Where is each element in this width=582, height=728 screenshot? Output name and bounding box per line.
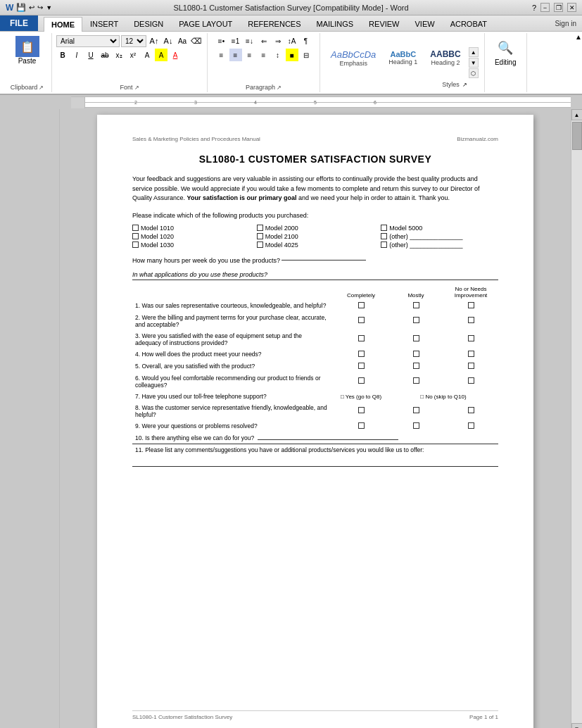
font-color-button[interactable]: A (169, 49, 182, 61)
text-effects-button[interactable]: A (141, 49, 153, 61)
styles-more[interactable]: ⬡ (469, 68, 479, 78)
q2-no-needs[interactable] (443, 312, 498, 330)
style-emphasis[interactable]: AaBbCcDa Emphasis (326, 47, 381, 69)
sort-button[interactable]: ↕A (286, 34, 298, 47)
align-right-button[interactable]: ≡ (243, 49, 256, 61)
tab-references[interactable]: REFERENCES (240, 16, 308, 31)
styles-expand-icon[interactable]: ↗ (462, 82, 467, 88)
underline-button[interactable]: U (84, 49, 97, 61)
product-checkbox-other2[interactable] (381, 241, 387, 248)
numbering-button[interactable]: ≡1 (229, 34, 242, 47)
redo-icon[interactable]: ↪ (37, 4, 43, 11)
borders-button[interactable]: ⊟ (300, 49, 312, 61)
q9-mostly[interactable] (388, 420, 443, 432)
undo-icon[interactable]: ↩ (29, 4, 34, 11)
help-button[interactable]: ? (532, 4, 536, 12)
close-button[interactable]: ✕ (567, 3, 576, 12)
tab-design[interactable]: DESIGN (126, 16, 171, 31)
q6-mostly[interactable] (388, 372, 443, 391)
q9-completely[interactable] (334, 420, 388, 432)
product-checkbox-4025[interactable] (257, 241, 263, 248)
strikethrough-button[interactable]: ab (99, 49, 111, 61)
q5-mostly[interactable] (388, 360, 443, 372)
q3-completely[interactable] (334, 330, 388, 349)
q3-no-needs[interactable] (443, 330, 498, 349)
shading-button[interactable]: ■ (286, 49, 298, 61)
q7-no[interactable]: □ No (skip to Q10) (388, 391, 498, 402)
paragraph-expand-icon[interactable]: ↗ (277, 84, 281, 91)
sign-in-link[interactable]: Sign in (555, 20, 576, 27)
clear-format-button[interactable]: ⌫ (190, 34, 203, 47)
q4-mostly[interactable] (388, 349, 443, 360)
font-family-select[interactable]: Arial (56, 35, 120, 47)
product-checkbox-1010[interactable] (132, 225, 139, 231)
bullets-button[interactable]: ≡• (215, 34, 228, 47)
q8-completely[interactable] (334, 402, 388, 420)
style-heading1[interactable]: AaBbC Heading 1 (384, 48, 422, 68)
q2-mostly[interactable] (388, 312, 443, 330)
product-checkbox-other1[interactable] (381, 233, 387, 239)
tab-acrobat[interactable]: ACROBAT (443, 16, 495, 31)
product-checkbox-5000[interactable] (381, 225, 387, 231)
italic-button[interactable]: I (70, 49, 83, 61)
q1-completely[interactable] (334, 300, 388, 312)
tab-home[interactable]: HOME (44, 17, 82, 32)
font-size-select[interactable]: 12 (121, 35, 146, 47)
line-spacing-button[interactable]: ↕ (272, 49, 284, 61)
multilevel-list-button[interactable]: ≡↓ (243, 34, 256, 47)
restore-button[interactable]: ❐ (554, 3, 563, 12)
justify-button[interactable]: ≡ (258, 49, 270, 61)
q8-mostly[interactable] (388, 402, 443, 420)
q4-no-needs[interactable] (443, 349, 498, 360)
q9-no-needs[interactable] (443, 420, 498, 432)
collapse-ribbon-button[interactable]: ▲ (575, 33, 582, 41)
shrink-font-button[interactable]: A↓ (162, 34, 175, 47)
clipboard-expand-icon[interactable]: ↗ (39, 84, 44, 91)
q5-completely[interactable] (334, 360, 388, 372)
font-expand-icon[interactable]: ↗ (134, 84, 139, 91)
change-case-button[interactable]: Aa (176, 34, 189, 47)
product-checkbox-2000[interactable] (257, 225, 263, 231)
scroll-thumb[interactable] (572, 122, 582, 150)
vertical-scrollbar[interactable]: ▲ ▼ (571, 109, 582, 728)
decrease-indent-button[interactable]: ⇐ (258, 34, 270, 47)
subscript-button[interactable]: x₂ (113, 49, 125, 61)
increase-indent-button[interactable]: ⇒ (272, 34, 284, 47)
styles-scroll-up[interactable]: ▲ (469, 47, 479, 57)
q6-completely[interactable] (334, 372, 388, 391)
file-tab[interactable]: FILE (0, 15, 38, 31)
tab-insert[interactable]: INSERT (82, 16, 126, 31)
show-hide-button[interactable]: ¶ (300, 34, 312, 47)
customize-qat-icon[interactable]: ▼ (46, 4, 52, 11)
q1-mostly[interactable] (388, 300, 443, 312)
align-left-button[interactable]: ≡ (215, 49, 228, 61)
hours-blank[interactable] (281, 260, 366, 261)
superscript-button[interactable]: x² (127, 49, 139, 61)
text-highlight-button[interactable]: A (155, 49, 167, 61)
q2-completely[interactable] (334, 312, 388, 330)
bold-button[interactable]: B (56, 49, 69, 61)
q7-yes[interactable]: □ Yes (go to Q8) (334, 391, 388, 402)
grow-font-button[interactable]: A↑ (148, 34, 160, 47)
q8-no-needs[interactable] (443, 402, 498, 420)
scroll-up-button[interactable]: ▲ (571, 109, 583, 120)
product-checkbox-2100[interactable] (257, 233, 263, 239)
q6-no-needs[interactable] (443, 372, 498, 391)
styles-scroll-down[interactable]: ▼ (469, 58, 479, 68)
product-checkbox-1030[interactable] (132, 241, 139, 248)
tab-review[interactable]: REVIEW (361, 16, 407, 31)
align-center-button[interactable]: ≡ (229, 49, 242, 61)
q3-mostly[interactable] (388, 330, 443, 349)
q4-completely[interactable] (334, 349, 388, 360)
scroll-down-button[interactable]: ▼ (571, 723, 583, 728)
save-icon[interactable]: 💾 (16, 3, 26, 12)
tab-page-layout[interactable]: PAGE LAYOUT (171, 16, 240, 31)
q1-no-needs[interactable] (443, 300, 498, 312)
q5-no-needs[interactable] (443, 360, 498, 372)
product-checkbox-1020[interactable] (132, 233, 139, 239)
tab-mailings[interactable]: MAILINGS (309, 16, 362, 31)
style-heading2[interactable]: AABBC Heading 2 (425, 47, 465, 68)
minimize-button[interactable]: − (540, 3, 550, 12)
tab-view[interactable]: VIEW (407, 16, 443, 31)
paste-button[interactable]: 📋 Paste (13, 34, 42, 66)
